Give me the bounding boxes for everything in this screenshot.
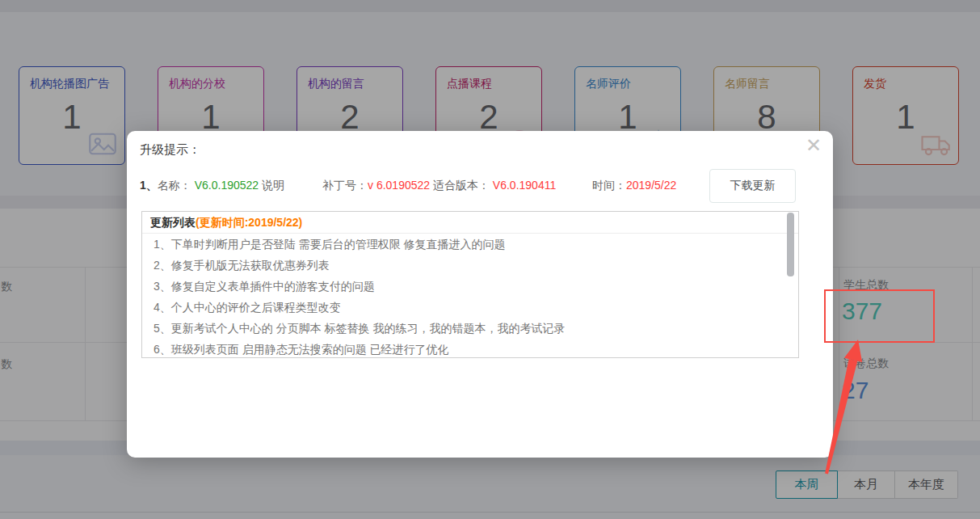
update-list-time: (更新时间:2019/5/22) xyxy=(196,216,302,229)
update-list-header: 更新列表(更新时间:2019/5/22) xyxy=(142,212,798,234)
compat-value: V6.0.190411 xyxy=(493,179,556,192)
update-list-title: 更新列表 xyxy=(150,216,196,229)
update-list-item: 1、下单时判断用户是否登陆 需要后台的管理权限 修复直播进入的问题 xyxy=(142,234,798,255)
time-value: 2019/5/22 xyxy=(626,179,676,192)
patch-value: v 6.0190522 xyxy=(368,179,430,192)
name-suffix: 说明 xyxy=(262,179,284,192)
annotation-arrow-icon xyxy=(814,333,878,483)
update-list-item: 3、修复自定义表单插件中的游客支付的问题 xyxy=(142,276,798,297)
modal-title: 升级提示： xyxy=(140,142,200,158)
patch-block: 补丁号：v 6.0190522 适合版本： V6.0.190411 xyxy=(322,179,556,193)
upgrade-modal: 升级提示： ✕ 1、名称： V6.0.190522 说明 补丁号：v 6.019… xyxy=(127,131,833,458)
name-value: V6.0.190522 xyxy=(195,179,259,192)
update-list-item: 2、修复手机版无法获取优惠券列表 xyxy=(142,255,798,276)
patch-label: 补丁号： xyxy=(322,179,368,192)
update-list-item: 4、个人中心的评价之后课程类型改变 xyxy=(142,297,798,318)
update-list-item: 5、更新考试个人中心的 分页脚本 标签替换 我的练习，我的错题本，我的考试记录 xyxy=(142,318,798,339)
version-name-block: 1、名称： V6.0.190522 说明 xyxy=(140,179,284,193)
time-block: 时间：2019/5/22 xyxy=(592,179,676,193)
list-scrollbar-thumb[interactable] xyxy=(787,213,794,276)
compat-label: 适合版本： xyxy=(433,179,490,192)
close-icon[interactable]: ✕ xyxy=(805,136,822,155)
update-list-box: 更新列表(更新时间:2019/5/22) 1、下单时判断用户是否登陆 需要后台的… xyxy=(141,211,799,358)
update-list-item: 6、班级列表页面 启用静态无法搜索的问题 已经进行了优化 xyxy=(142,339,798,358)
download-update-button[interactable]: 下载更新 xyxy=(709,169,796,203)
item-index: 1、 xyxy=(140,179,158,192)
time-label: 时间： xyxy=(592,179,626,192)
name-label: 名称： xyxy=(158,179,191,192)
